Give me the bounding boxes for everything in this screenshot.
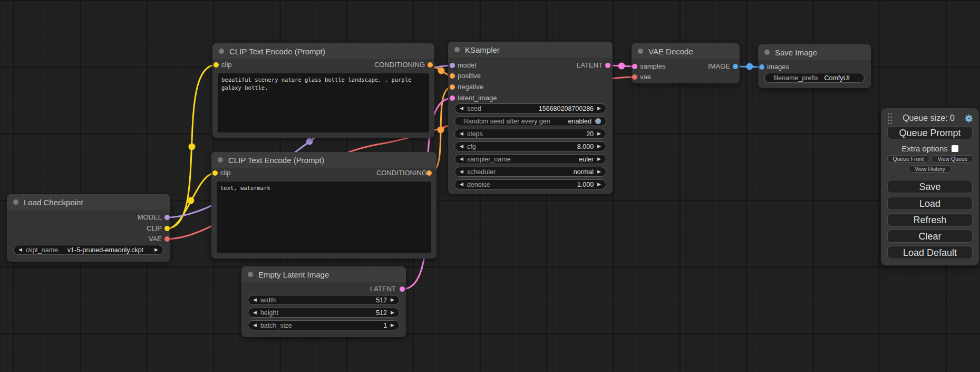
widget-value: 512 <box>282 309 387 317</box>
decrement-arrow-icon[interactable]: ◀ <box>253 298 257 302</box>
widget-scheduler[interactable]: ◀ scheduler normal ▶ <box>454 167 606 177</box>
refresh-button[interactable]: Refresh <box>887 213 973 226</box>
collapse-dot-icon[interactable] <box>248 272 253 277</box>
output-port-clip[interactable] <box>164 226 170 231</box>
decrement-arrow-icon[interactable]: ◀ <box>460 157 463 161</box>
node-vae-decode[interactable]: VAE Decode samples vae IMAGE <box>632 43 740 83</box>
widget-label: height <box>260 309 278 317</box>
clear-button[interactable]: Clear <box>887 230 973 243</box>
input-port-latent-image[interactable] <box>450 96 455 101</box>
decrement-arrow-icon[interactable]: ◀ <box>253 310 257 315</box>
node-title-bar[interactable]: KSampler <box>448 42 613 58</box>
output-port-vae[interactable] <box>164 236 170 242</box>
collapse-dot-icon[interactable] <box>638 49 643 54</box>
increment-arrow-icon[interactable]: ▶ <box>597 106 601 111</box>
save-button[interactable]: Save <box>887 180 973 193</box>
decrement-arrow-icon[interactable]: ◀ <box>18 247 22 252</box>
collapse-dot-icon[interactable] <box>454 47 460 52</box>
node-title-bar[interactable]: Save Image <box>758 44 871 60</box>
node-clip-text-encode-positive[interactable]: CLIP Text Encode (Prompt) clip CONDITION… <box>212 43 434 138</box>
node-ksampler[interactable]: KSampler model positive negative latent_… <box>448 42 613 194</box>
increment-arrow-icon[interactable]: ▶ <box>597 131 601 136</box>
queue-front-button[interactable]: Queue Front <box>887 155 929 163</box>
widget-value: 156680208700286 <box>485 105 594 112</box>
input-port-model[interactable] <box>450 63 455 68</box>
node-load-checkpoint[interactable]: Load Checkpoint MODEL CLIP VAE ◀ ckpt_na… <box>7 194 170 262</box>
increment-arrow-icon[interactable]: ▶ <box>597 144 601 149</box>
decrement-arrow-icon[interactable]: ◀ <box>460 131 463 136</box>
increment-arrow-icon[interactable]: ▶ <box>391 323 394 328</box>
load-default-button[interactable]: Load Default <box>887 246 973 259</box>
node-title-bar[interactable]: Load Checkpoint <box>7 194 170 210</box>
output-port-conditioning[interactable] <box>428 62 433 68</box>
increment-arrow-icon[interactable]: ▶ <box>391 298 394 302</box>
input-port-images[interactable] <box>759 64 764 70</box>
output-port-latent[interactable] <box>400 287 405 292</box>
widget-filename-prefix[interactable]: filename_prefix ComfyUI <box>764 73 865 83</box>
drag-handle-icon[interactable] <box>887 112 892 124</box>
decrement-arrow-icon[interactable]: ◀ <box>460 106 463 111</box>
input-port-vae[interactable] <box>632 74 637 80</box>
node-clip-text-encode-negative[interactable]: CLIP Text Encode (Prompt) clip CONDITION… <box>211 152 436 259</box>
input-port-clip[interactable] <box>214 62 219 68</box>
widget-seed[interactable]: ◀ seed 156680208700286 ▶ <box>454 103 606 113</box>
widget-ckpt-name[interactable]: ◀ ckpt_name v1-5-pruned-emaonly.ckpt ▶ <box>13 245 163 255</box>
widget-label: filename_prefix <box>773 74 818 82</box>
decrement-arrow-icon[interactable]: ◀ <box>460 169 463 174</box>
output-port-latent[interactable] <box>605 63 610 68</box>
increment-arrow-icon[interactable]: ▶ <box>597 169 601 174</box>
view-queue-button[interactable]: View Queue <box>932 155 974 163</box>
collapse-dot-icon[interactable] <box>218 157 223 163</box>
input-port-negative[interactable] <box>450 84 455 90</box>
output-port-conditioning[interactable] <box>426 170 432 176</box>
widget-batch-size[interactable]: ◀ batch_size 1 ▶ <box>248 320 400 330</box>
prompt-textarea[interactable]: text, watermark <box>217 182 431 253</box>
collapse-dot-icon[interactable] <box>764 50 770 55</box>
node-empty-latent-image[interactable]: Empty Latent Image LATENT ◀ width 512 ▶ … <box>241 266 406 337</box>
node-title-bar[interactable]: Empty Latent Image <box>241 266 406 282</box>
input-port-samples[interactable] <box>632 64 637 69</box>
increment-arrow-icon[interactable]: ▶ <box>391 310 394 315</box>
node-title: Load Checkpoint <box>24 198 83 207</box>
widget-cfg[interactable]: ◀ cfg 8.000 ▶ <box>454 141 606 151</box>
output-port-image[interactable] <box>733 64 738 69</box>
output-port-model[interactable] <box>164 215 170 220</box>
input-label-positive: positive <box>458 71 481 81</box>
widget-sampler-name[interactable]: ◀ sampler_name euler ▶ <box>454 154 606 164</box>
input-port-clip[interactable] <box>212 170 218 176</box>
output-label-conditioning: CONDITIONING <box>374 60 425 70</box>
prompt-textarea[interactable]: beautiful scenery nature glass bottle la… <box>218 73 429 132</box>
node-title-bar[interactable]: VAE Decode <box>632 43 740 59</box>
queue-prompt-button[interactable]: Queue Prompt <box>887 126 973 139</box>
increment-arrow-icon[interactable]: ▶ <box>154 247 158 252</box>
view-history-button[interactable]: View History <box>908 165 952 173</box>
settings-gear-icon[interactable] <box>965 114 974 123</box>
widget-denoise[interactable]: ◀ denoise 1.000 ▶ <box>454 179 606 189</box>
widget-value: enabled <box>554 118 591 125</box>
widget-steps[interactable]: ◀ steps 20 ▶ <box>454 129 606 139</box>
decrement-arrow-icon[interactable]: ◀ <box>460 144 463 149</box>
increment-arrow-icon[interactable]: ▶ <box>597 157 601 161</box>
increment-arrow-icon[interactable]: ▶ <box>597 182 601 187</box>
widget-width[interactable]: ◀ width 512 ▶ <box>248 295 400 305</box>
widget-random-seed[interactable]: Random seed after every gen enabled <box>454 116 606 126</box>
node-save-image[interactable]: Save Image images filename_prefix ComfyU… <box>758 44 871 88</box>
collapse-dot-icon[interactable] <box>219 49 224 54</box>
widget-label: seed <box>467 105 481 112</box>
node-title-bar[interactable]: CLIP Text Encode (Prompt) <box>212 43 434 59</box>
comfyui-canvas[interactable]: { "colors": { "model": "#b49ae3", "clip"… <box>0 0 980 372</box>
toggle-icon[interactable] <box>595 118 601 124</box>
decrement-arrow-icon[interactable]: ◀ <box>460 182 463 187</box>
decrement-arrow-icon[interactable]: ◀ <box>253 323 257 328</box>
widget-label: ckpt_name <box>26 246 58 254</box>
node-title-bar[interactable]: CLIP Text Encode (Prompt) <box>211 152 436 168</box>
link-dot <box>189 144 196 150</box>
input-port-positive[interactable] <box>450 73 455 79</box>
load-button[interactable]: Load <box>887 197 973 210</box>
input-label-latent-image: latent_image <box>458 93 497 103</box>
extra-options-checkbox[interactable] <box>952 145 958 152</box>
link-dot <box>438 68 445 74</box>
collapse-dot-icon[interactable] <box>13 199 18 205</box>
node-title: VAE Decode <box>648 47 693 56</box>
widget-height[interactable]: ◀ height 512 ▶ <box>248 308 400 318</box>
